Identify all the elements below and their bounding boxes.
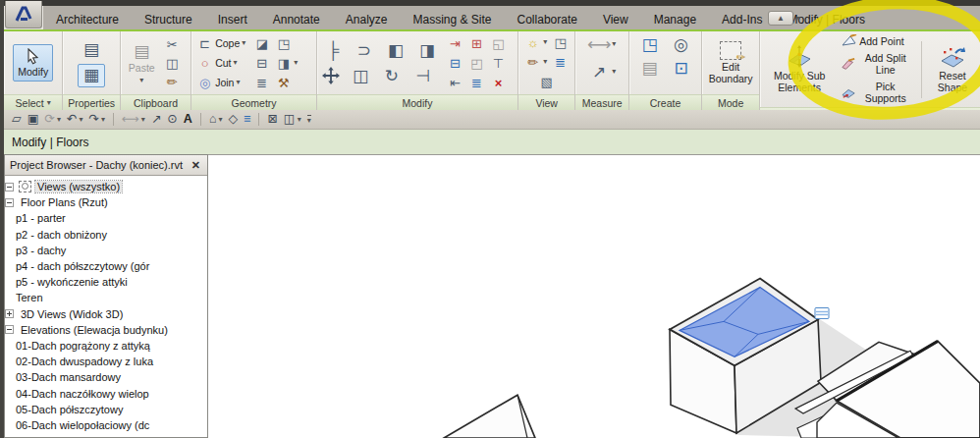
pin-button[interactable]: ⊤	[488, 54, 509, 72]
measure-tool-button[interactable]: ⟷▾	[586, 33, 618, 55]
tree-item[interactable]: 07-Dach wg powierzchni (w	[5, 433, 207, 437]
override-graphics-button[interactable]: ✏▾	[522, 53, 549, 71]
cut-geometry-button[interactable]: ○Cut▾	[194, 54, 247, 72]
edit-boundary-button[interactable]: ✏ Edit Boundary	[701, 37, 760, 88]
sync-button[interactable]: ⟳▾	[44, 113, 61, 126]
trim-extend-button[interactable]: ⊣	[410, 65, 436, 86]
modify-tool-button[interactable]: Modify	[13, 44, 53, 82]
tag-by-category-button[interactable]: ⊙	[167, 113, 177, 126]
show-related-button[interactable]: ◳	[273, 34, 294, 52]
type-properties-button[interactable]: ▤	[79, 39, 104, 61]
copy-button[interactable]: ◫	[348, 65, 373, 86]
tree-item[interactable]: p5 - wykończenie attyki	[5, 274, 207, 290]
tree-item[interactable]: 02-Dach dwuspadowy z luka	[5, 354, 207, 369]
properties-palette-button[interactable]: ▦	[78, 64, 105, 87]
create-assembly-button[interactable]: ⊡	[669, 57, 694, 79]
ribbon-tab[interactable]: Massing & Site	[400, 9, 504, 29]
panel-clipboard-label[interactable]: Clipboard	[121, 94, 191, 110]
close-icon[interactable]: ✕	[190, 159, 202, 172]
measure-button[interactable]: ⟷▾	[122, 113, 145, 126]
mirror-draw-axis-button[interactable]: ◨	[414, 39, 440, 61]
tree-item[interactable]: p2 - dach obniżony	[5, 227, 207, 243]
tree-item[interactable]: 05-Dach półszczytowy	[5, 402, 207, 417]
tree-expander-icon[interactable]	[5, 309, 14, 318]
activate-dimensions-button[interactable]: ⇥	[445, 34, 465, 52]
aligned-dimension-button[interactable]: ↗▾	[586, 61, 618, 82]
tree-item[interactable]: Floor Plans (Rzut)	[5, 194, 207, 210]
open-button[interactable]: ▱	[12, 113, 22, 126]
array-button[interactable]: ⊞	[466, 34, 487, 52]
roof-peak-building[interactable]	[444, 395, 535, 438]
create-group-button[interactable]: ◳	[637, 33, 663, 55]
add-split-line-button[interactable]: Add Split Line	[840, 51, 915, 77]
pick-supports-button[interactable]: Pick Supports	[840, 80, 915, 105]
tree-item[interactable]: Views (wszystko)	[5, 179, 207, 194]
ribbon-tab[interactable]: Annotate	[260, 9, 333, 29]
tree-item[interactable]: Teren	[5, 290, 207, 305]
customize-qat-button[interactable]: ▾	[307, 115, 311, 125]
cut-to-clipboard-button[interactable]: ✂	[162, 35, 183, 53]
ribbon-tab[interactable]: Manage	[641, 9, 709, 29]
hide-element-button[interactable]: ◳	[550, 33, 571, 51]
wall-joins-button[interactable]: ≣	[251, 74, 272, 91]
ribbon-tab[interactable]: Architecture	[43, 9, 132, 29]
text-button[interactable]: A	[184, 113, 192, 126]
tree-item[interactable]: p3 - dachy	[5, 243, 207, 258]
cope-button[interactable]: ⊏Cope▾	[194, 34, 247, 52]
tree-item[interactable]: p1 - parter	[5, 210, 207, 226]
match-type-button[interactable]: ✏	[162, 73, 183, 90]
join-geometry-button[interactable]: ◎Join▾	[194, 74, 247, 91]
tree-item[interactable]: 03-Dach mansardowy	[5, 369, 207, 385]
split-with-gap-button[interactable]: ◰	[466, 54, 487, 72]
thin-lines-button[interactable]: ≡	[244, 113, 250, 126]
default-3d-view-button[interactable]: ⌂▾	[209, 113, 223, 126]
tree-item[interactable]: 06-Dach wielopołaciowy (dc	[5, 417, 207, 433]
application-menu-button[interactable]	[5, 1, 42, 28]
tree-item[interactable]: p4 - dach półszczytowy (gór	[5, 258, 207, 274]
panel-select-label[interactable]: Select ▾	[4, 94, 62, 110]
displace-elements-button[interactable]: ▧	[536, 73, 557, 90]
panel-measure-label[interactable]: Measure	[575, 94, 627, 110]
tree-item[interactable]: 04-Dach naczółkowy wielop	[5, 385, 207, 401]
panel-modify-label[interactable]: Modify	[317, 94, 517, 110]
section-button[interactable]: ◇	[228, 113, 238, 126]
demolish-button[interactable]: ⚒	[273, 74, 294, 91]
ribbon-display-toggle[interactable]: ▲ ▾	[768, 11, 800, 26]
panel-view-label[interactable]: View	[518, 94, 574, 110]
save-button[interactable]: ▣	[27, 113, 39, 126]
edit-witness-lines-button[interactable]: ≣	[466, 74, 487, 91]
undo-button[interactable]: ↶▾	[67, 113, 83, 126]
ribbon-tab[interactable]: Add-Ins	[709, 9, 775, 29]
offset-button[interactable]: ⊃	[352, 39, 377, 61]
create-similar-button[interactable]: ◎	[669, 33, 694, 55]
ribbon-tab[interactable]: Analyze	[333, 9, 401, 29]
paste-button[interactable]: ▤ Paste ▾	[124, 37, 160, 88]
tree-expander-icon[interactable]	[5, 183, 14, 192]
rotate-button[interactable]: ↻	[379, 65, 405, 86]
aligned-dimension-button[interactable]: ↗	[151, 113, 161, 126]
ribbon-tab[interactable]: Structure	[132, 9, 205, 29]
delete-button[interactable]: ×	[488, 74, 509, 91]
tree-item[interactable]: 3D Views (Widok 3D)	[5, 306, 207, 322]
tree-item[interactable]: 01-Dach pogrążony z attyką	[5, 338, 207, 354]
scale-button[interactable]: ◱	[488, 34, 509, 52]
tree-expander-icon[interactable]	[5, 198, 14, 207]
project-browser-titlebar[interactable]: Project Browser - Dachy (koniec).rvt ✕	[5, 155, 207, 176]
panel-create-label[interactable]: Create	[629, 94, 701, 110]
mirror-pick-axis-button[interactable]: ◧	[383, 39, 408, 61]
move-button[interactable]	[320, 66, 342, 85]
ribbon-tab[interactable]: Insert	[205, 9, 260, 29]
panel-mode-label[interactable]: Mode	[702, 94, 759, 110]
copy-to-clipboard-button[interactable]: ◫	[162, 54, 183, 72]
reset-shape-button[interactable]: Reset Shape	[928, 41, 977, 97]
paint-button[interactable]: ⊟	[251, 54, 272, 72]
add-point-button[interactable]: Add Point	[840, 33, 906, 48]
ribbon-tab[interactable]: View	[590, 9, 641, 29]
redo-button[interactable]: ↷▾	[88, 113, 105, 126]
unpin-button[interactable]: ⇤	[445, 74, 465, 91]
wall-opening-button[interactable]: ◪	[251, 34, 272, 52]
selection-grip-icon[interactable]	[815, 307, 829, 318]
beam-joins-button[interactable]: ◨▾	[273, 54, 299, 72]
close-hidden-windows-button[interactable]: ⊠	[267, 113, 277, 126]
create-parts-button[interactable]: ▤	[637, 57, 663, 79]
